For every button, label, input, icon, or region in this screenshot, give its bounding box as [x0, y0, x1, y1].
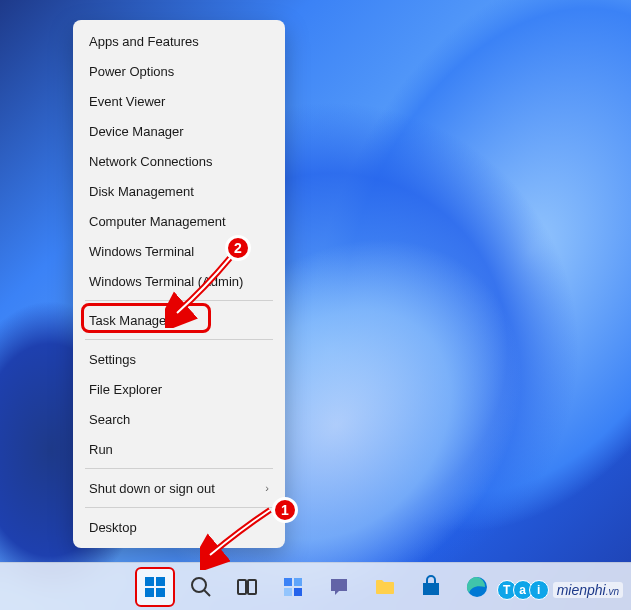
store-button[interactable] — [411, 567, 451, 607]
store-icon — [419, 575, 443, 599]
chevron-right-icon: › — [265, 482, 269, 494]
svg-rect-2 — [145, 588, 154, 597]
menu-item-device-manager[interactable]: Device Manager — [77, 116, 281, 146]
annotation-callout-1: 1 — [272, 497, 298, 523]
windows-logo-icon — [143, 575, 167, 599]
svg-rect-10 — [284, 588, 292, 596]
menu-item-power-options[interactable]: Power Options — [77, 56, 281, 86]
menu-divider — [85, 339, 273, 340]
menu-item-run[interactable]: Run — [77, 434, 281, 464]
menu-item-event-viewer[interactable]: Event Viewer — [77, 86, 281, 116]
menu-item-network-connections[interactable]: Network Connections — [77, 146, 281, 176]
start-button[interactable] — [135, 567, 175, 607]
menu-divider — [85, 468, 273, 469]
folder-icon — [373, 575, 397, 599]
annotation-arrow-1 — [200, 500, 280, 570]
menu-item-apps-features[interactable]: Apps and Features — [77, 26, 281, 56]
svg-rect-7 — [248, 580, 256, 594]
svg-rect-1 — [156, 577, 165, 586]
svg-rect-3 — [156, 588, 165, 597]
svg-rect-0 — [145, 577, 154, 586]
chat-button[interactable] — [319, 567, 359, 607]
menu-item-search[interactable]: Search — [77, 404, 281, 434]
search-icon — [189, 575, 213, 599]
edge-icon — [465, 575, 489, 599]
svg-line-5 — [204, 590, 210, 596]
task-view-icon — [235, 575, 259, 599]
annotation-callout-2: 2 — [225, 235, 251, 261]
chat-icon — [327, 575, 351, 599]
watermark: T a i mienphi.vn — [497, 580, 623, 600]
menu-item-settings[interactable]: Settings — [77, 344, 281, 374]
task-view-button[interactable] — [227, 567, 267, 607]
edge-button[interactable] — [457, 567, 497, 607]
widgets-icon — [281, 575, 305, 599]
widgets-button[interactable] — [273, 567, 313, 607]
file-explorer-button[interactable] — [365, 567, 405, 607]
svg-rect-6 — [238, 580, 246, 594]
svg-rect-11 — [294, 588, 302, 596]
menu-item-file-explorer[interactable]: File Explorer — [77, 374, 281, 404]
svg-rect-8 — [284, 578, 292, 586]
menu-item-shut-down[interactable]: Shut down or sign out › — [77, 473, 281, 503]
menu-item-computer-management[interactable]: Computer Management — [77, 206, 281, 236]
search-button[interactable] — [181, 567, 221, 607]
svg-point-4 — [192, 578, 206, 592]
svg-rect-9 — [294, 578, 302, 586]
menu-item-disk-management[interactable]: Disk Management — [77, 176, 281, 206]
